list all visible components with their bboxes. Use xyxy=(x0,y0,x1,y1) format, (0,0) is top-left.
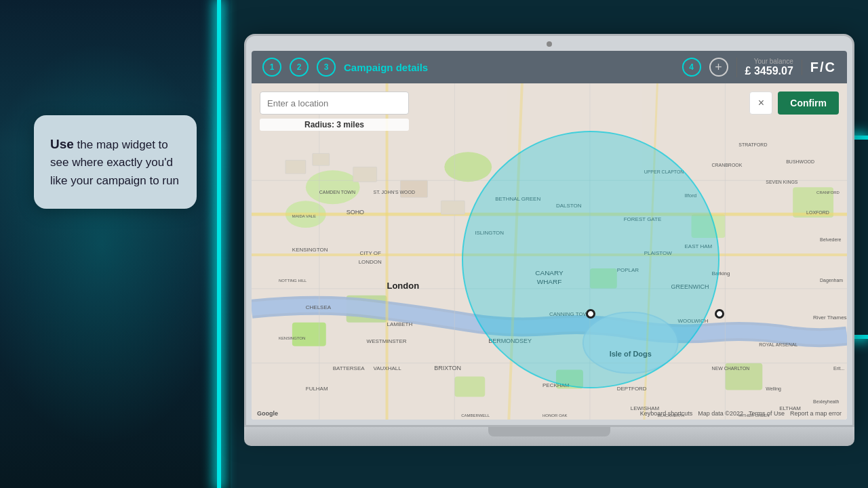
svg-text:ISLINGTON: ISLINGTON xyxy=(475,230,504,236)
svg-point-12 xyxy=(583,312,678,373)
laptop-notch xyxy=(488,427,610,436)
map-actions: × Confirm xyxy=(749,92,839,115)
location-input[interactable] xyxy=(260,92,409,115)
svg-text:ST. JOHN'S WOOD: ST. JOHN'S WOOD xyxy=(374,190,415,195)
camera-dot xyxy=(547,41,552,47)
location-overlay: Radius: 3 miles xyxy=(260,92,409,131)
svg-rect-25 xyxy=(285,160,306,174)
svg-text:BATTERSEA: BATTERSEA xyxy=(333,365,365,371)
svg-rect-6 xyxy=(590,268,617,289)
svg-point-4 xyxy=(444,152,492,182)
svg-text:EAST HAM: EAST HAM xyxy=(685,243,713,249)
svg-text:Bexleyheath: Bexleyheath xyxy=(813,399,839,405)
report-error[interactable]: Report a map error xyxy=(790,410,842,417)
svg-rect-29 xyxy=(441,201,465,214)
svg-text:SOHO: SOHO xyxy=(347,209,364,216)
svg-text:ROYAL ARSENAL: ROYAL ARSENAL xyxy=(759,342,797,347)
svg-text:CITY OF: CITY OF xyxy=(360,250,381,256)
close-button[interactable]: × xyxy=(749,92,772,115)
svg-text:CRANFORD: CRANFORD xyxy=(816,190,840,195)
step-4[interactable]: 4 xyxy=(682,58,701,77)
svg-text:CHELSEA: CHELSEA xyxy=(306,304,332,310)
svg-text:CLAPHAM: CLAPHAM xyxy=(387,419,414,420)
svg-rect-26 xyxy=(313,153,330,165)
header-right: + Your balance £ 3459.07 F/C xyxy=(709,58,836,77)
confirm-button[interactable]: Confirm xyxy=(778,92,839,115)
svg-text:Dagenham: Dagenham xyxy=(820,278,843,283)
map-footer: Keyboard shortcuts Map data ©2022 Terms … xyxy=(640,410,842,417)
svg-text:GREENWICH: GREENWICH xyxy=(671,283,709,290)
svg-text:PECKHAM: PECKHAM xyxy=(542,382,569,388)
step-2[interactable]: 2 xyxy=(290,58,309,77)
step-1[interactable]: 1 xyxy=(262,58,281,77)
map-pin-center[interactable] xyxy=(586,309,595,319)
google-logo: Google xyxy=(257,410,278,417)
svg-text:LONDON: LONDON xyxy=(359,259,382,265)
svg-text:WOOLWICH: WOOLWICH xyxy=(678,318,709,324)
map-pin-edge[interactable] xyxy=(715,309,724,319)
svg-text:FOREST GATE: FOREST GATE xyxy=(624,216,662,222)
svg-text:BERMONDSEY: BERMONDSEY xyxy=(488,338,532,344)
laptop-base xyxy=(244,427,854,446)
svg-text:CRANBROOK: CRANBROOK xyxy=(711,163,742,167)
svg-text:CAMDEN TOWN: CAMDEN TOWN xyxy=(319,190,355,195)
svg-text:CAMBERWELL: CAMBERWELL xyxy=(461,413,490,418)
svg-text:DEPTFORD: DEPTFORD xyxy=(617,386,647,392)
svg-text:WESTMINSTER: WESTMINSTER xyxy=(367,338,407,344)
svg-text:Erit...: Erit... xyxy=(833,366,844,371)
teal-glow xyxy=(0,41,231,447)
app-header: 1 2 3 Campaign details 4 + Your balance … xyxy=(252,51,847,83)
campaign-details-label: Campaign details xyxy=(344,62,674,73)
radius-label: Radius: 3 miles xyxy=(260,119,409,131)
logo: F/C xyxy=(802,60,836,75)
svg-text:NEW CHARLTON: NEW CHARLTON xyxy=(711,366,749,371)
svg-text:BRIXTON: BRIXTON xyxy=(434,365,461,371)
svg-text:NOTTING HILL: NOTTING HILL xyxy=(279,279,307,283)
svg-text:LOXFORD: LOXFORD xyxy=(806,210,829,215)
svg-text:STRATFORD: STRATFORD xyxy=(738,142,767,147)
balance-label: Your balance xyxy=(745,58,793,65)
svg-text:VAUXHALL: VAUXHALL xyxy=(374,365,402,371)
terms-of-use[interactable]: Terms of Use xyxy=(749,410,785,417)
laptop-frame: 1 2 3 Campaign details 4 + Your balance … xyxy=(244,34,854,427)
laptop: 1 2 3 Campaign details 4 + Your balance … xyxy=(244,34,854,468)
svg-text:HONOR OAK: HONOR OAK xyxy=(542,413,567,418)
svg-text:River Thames: River Thames xyxy=(813,314,846,321)
svg-text:CANARY: CANARY xyxy=(535,269,564,277)
svg-rect-7 xyxy=(692,214,726,238)
balance-amount: £ 3459.07 xyxy=(745,65,793,77)
tooltip-card: Use the map widget to see where exactly … xyxy=(34,115,197,209)
svg-text:DALSTON: DALSTON xyxy=(556,203,582,209)
tooltip-text: Use the map widget to see where exactly … xyxy=(50,134,180,190)
map-data: Map data ©2022 xyxy=(698,410,743,417)
laptop-screen: 1 2 3 Campaign details 4 + Your balance … xyxy=(252,51,847,420)
svg-text:WHARF: WHARF xyxy=(537,278,562,285)
svg-rect-10 xyxy=(454,377,485,397)
svg-text:Belvedere: Belvedere xyxy=(820,237,842,242)
svg-text:London: London xyxy=(387,281,420,291)
svg-text:UPPER CLAPTON: UPPER CLAPTON xyxy=(644,169,684,174)
keyboard-shortcuts[interactable]: Keyboard shortcuts xyxy=(640,410,693,417)
svg-text:MAIDA VALE: MAIDA VALE xyxy=(292,214,316,218)
add-button[interactable]: + xyxy=(709,58,728,77)
svg-rect-5 xyxy=(292,323,326,346)
map-background: Isle of Dogs London CANARY WHARF SOHO KE… xyxy=(252,83,847,420)
svg-text:Ilford: Ilford xyxy=(685,192,697,199)
svg-text:BUSHWOOD: BUSHWOOD xyxy=(786,159,814,164)
svg-text:POPLAR: POPLAR xyxy=(617,267,639,273)
svg-text:Welling: Welling xyxy=(766,386,781,392)
svg-text:Isle of Dogs: Isle of Dogs xyxy=(610,350,652,358)
balance-section: Your balance £ 3459.07 xyxy=(736,58,793,77)
svg-text:LAMBETH: LAMBETH xyxy=(387,321,413,327)
svg-point-1 xyxy=(306,170,360,204)
svg-text:PLAISTOW: PLAISTOW xyxy=(644,250,673,256)
step-3-active[interactable]: 3 xyxy=(317,58,336,77)
svg-text:BETHNAL GREEN: BETHNAL GREEN xyxy=(495,196,540,202)
teal-line xyxy=(217,0,221,488)
svg-text:KENSINGTON: KENSINGTON xyxy=(292,247,328,253)
map-container: Isle of Dogs London CANARY WHARF SOHO KE… xyxy=(252,83,847,420)
svg-text:Barking: Barking xyxy=(711,270,730,277)
svg-text:FULHAM: FULHAM xyxy=(306,386,328,392)
svg-rect-28 xyxy=(401,180,428,197)
svg-text:KENSINGTON: KENSINGTON xyxy=(279,336,305,340)
